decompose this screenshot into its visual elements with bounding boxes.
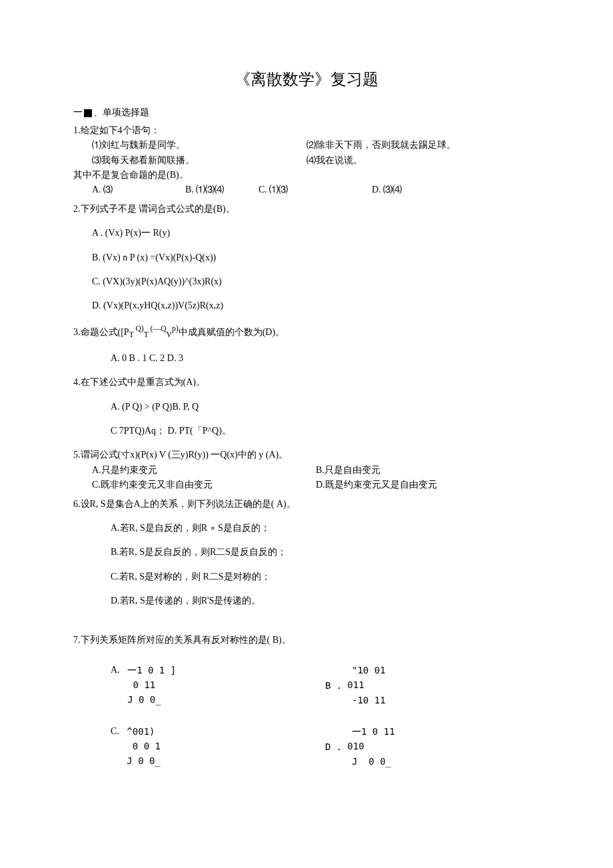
q3-frag-b: T <box>129 330 136 339</box>
q2-opt-b: B. (Vx) n P (x) =(Vx)(P(x)-Q(x)) <box>73 250 540 265</box>
q5-opt-d: D.既是约束变元又是自由变元 <box>316 478 540 492</box>
q7-c-label: C. <box>111 724 119 739</box>
q7-c-matrix: ^001) 0 0 1 J 0 0_ <box>127 724 161 769</box>
q2-opt-a: A . (Vx) P(x)一 R(y) <box>73 226 540 240</box>
q1-stem: 1.给定如下4个语句： <box>73 123 540 138</box>
q2-opt-c: C. (VX)(3y)(P(x)AQ(y))^(3x)R(x) <box>73 274 540 289</box>
q5-opt-b: B.只是自由变元 <box>316 463 540 478</box>
q1-sub1: ⑴刘红与魏新是同学。 <box>73 138 306 153</box>
q4-row2: C 7PTQ)Aq； D. PT(「P^Q)。 <box>73 424 540 438</box>
q1-options: A. ⑶ B. ⑴⑶⑷ C. ⑴⑶ D. ⑶⑷ <box>73 183 540 197</box>
section-label: 、单项选择题 <box>93 107 149 117</box>
q5-stem: 5.谓词公式(寸x)(P(x) V (三y)R(y)) 一Q(x)中的 y (A… <box>73 448 540 462</box>
q4-opt-d: D. PT(「P^Q)。 <box>168 426 231 436</box>
q1-tail: 其中不是复合命题的是(B)。 <box>73 168 306 183</box>
q3-frag-h: 中成真赋值的个数为(D)。 <box>179 326 285 336</box>
q7-stem: 7.下列关系矩阵所对应的关系具有反对称性的是( B)。 <box>73 633 540 648</box>
q7-d-m2-val: 010 <box>347 741 364 751</box>
q7-c-m3: J 0 0_ <box>127 753 161 768</box>
q7-c-m2: 0 0 1 <box>127 739 161 753</box>
q3-frag-f: V <box>167 330 172 339</box>
q4-row1: A. (P Q) > (P Q)B. P, Q <box>73 400 540 414</box>
q3-frag-d: T <box>144 330 151 339</box>
q7-a-label: A. <box>111 663 120 677</box>
q3-frag-e: (—Q <box>151 324 167 333</box>
q4-opt-b: B. P, Q <box>172 402 199 412</box>
q7-a-m1: 一1 0 1 ] <box>127 663 176 677</box>
q4-stem: 4.在下述公式中是重言式为(A)。 <box>73 375 540 390</box>
q3-options: A. 0 B . 1 C. 2 D. 3 <box>73 351 540 366</box>
question-6: 6.设R, S是集合A上的关系，则下列说法正确的是( A)。 A.若R, S是自… <box>73 497 540 609</box>
q7-b-m2-val: 011 <box>347 679 364 690</box>
question-5: 5.谓词公式(寸x)(P(x) V (三y)R(y)) 一Q(x)中的 y (A… <box>73 448 540 492</box>
question-2: 2.下列式子不是 谓词合式公式的是(B)。 A . (Vx) P(x)一 R(y… <box>73 202 540 314</box>
q6-opt-d: D.若R, S是传递的，则R'S是传递的。 <box>73 594 540 608</box>
q7-row-ab: A. 一1 0 1 ] 0 11 J 0 0_ "10 01 B .011 -1… <box>73 663 540 708</box>
q3-stem: 3.命题公式([PT Q)T (—QVp)中成真赋值的个数为(D)。 <box>73 323 540 342</box>
q6-opt-a: A.若R, S是自反的，则R ∘ S是自反的； <box>73 521 540 536</box>
q6-stem: 6.设R, S是集合A上的关系，则下列说法正确的是( A)。 <box>73 497 540 512</box>
q2-opt-d: D. (Vx)(P(x,yHQ(x,z))V(5z)R(x,z) <box>73 298 540 313</box>
q7-c-m1: ^001) <box>127 724 161 739</box>
q1-opt-b: B. ⑴⑶⑷ <box>185 183 259 197</box>
section-num: 一 <box>73 107 83 117</box>
question-3: 3.命题公式([PT Q)T (—QVp)中成真赋值的个数为(D)。 A. 0 … <box>73 323 540 366</box>
q3-frag-c: Q) <box>135 324 143 333</box>
q7-b-m1: "10 01 <box>325 663 386 677</box>
q3-frag-a: 3.命题公式([P <box>73 326 129 336</box>
q1-opt-d: D. ⑶⑷ <box>372 183 402 197</box>
question-1: 1.给定如下4个语句： ⑴刘红与魏新是同学。 ⑶我每天都看新闻联播。 其中不是复… <box>73 123 540 198</box>
q7-d-m2: D .010 <box>325 739 395 754</box>
q7-b-m2: B .011 <box>325 677 386 693</box>
q1-opt-c: C. ⑴⑶ <box>259 183 372 197</box>
q7-d-matrix: 一1 0 11 D .010 J 0 0_ <box>325 724 395 769</box>
q4-opt-a: A. (P Q) > (P Q) <box>111 402 172 412</box>
q3-frag-g: p) <box>172 324 179 333</box>
q7-a-m2: 0 11 <box>127 677 176 692</box>
question-7: 7.下列关系矩阵所对应的关系具有反对称性的是( B)。 A. 一1 0 1 ] … <box>73 633 540 769</box>
q1-sub2: ⑵除非天下雨，否则我就去踢足球。 <box>306 138 540 153</box>
q6-opt-b: B.若R, S是反自反的，则R二S是反自反的； <box>73 545 540 560</box>
q7-opt-d: 一1 0 11 D .010 J 0 0_ <box>325 724 540 769</box>
q7-d-m1: 一1 0 11 <box>325 724 395 739</box>
q7-b-m3: -10 11 <box>325 693 386 707</box>
q7-b-matrix: "10 01 B .011 -10 11 <box>325 663 386 708</box>
q7-a-m3: J 0 0_ <box>127 692 176 707</box>
q7-d-m3: J 0 0_ <box>325 754 395 769</box>
q1-sub4: ⑷我在说谎。 <box>306 153 540 168</box>
q4-opt-c: C 7PTQ)Aq； <box>111 426 165 436</box>
q2-stem: 2.下列式子不是 谓词合式公式的是(B)。 <box>73 202 540 217</box>
question-4: 4.在下述公式中是重言式为(A)。 A. (P Q) > (P Q)B. P, … <box>73 375 540 438</box>
page-title: 《离散数学》复习题 <box>73 67 540 92</box>
q1-sub3: ⑶我每天都看新闻联播。 <box>73 153 306 168</box>
q5-opt-a: A.只是约束变元 <box>92 463 316 478</box>
q7-b-label: B . <box>325 678 342 693</box>
q7-a-matrix: 一1 0 1 ] 0 11 J 0 0_ <box>127 663 176 707</box>
q7-row-cd: C. ^001) 0 0 1 J 0 0_ 一1 0 11 D .010 J 0… <box>73 724 540 769</box>
section-header: 一、单项选择题 <box>73 105 540 120</box>
q7-d-label: D . <box>325 739 342 754</box>
q7-opt-c: C. ^001) 0 0 1 J 0 0_ <box>111 724 325 769</box>
q6-opt-c: C.若R, S是对称的，则 R二S是对称的； <box>73 570 540 584</box>
q7-opt-a: A. 一1 0 1 ] 0 11 J 0 0_ <box>111 663 325 708</box>
q5-opt-c: C.既非约束变元又非自由变元 <box>92 478 316 492</box>
black-square-icon <box>84 109 92 117</box>
q7-opt-b: "10 01 B .011 -10 11 <box>325 663 540 708</box>
q1-opt-a: A. ⑶ <box>92 183 185 197</box>
